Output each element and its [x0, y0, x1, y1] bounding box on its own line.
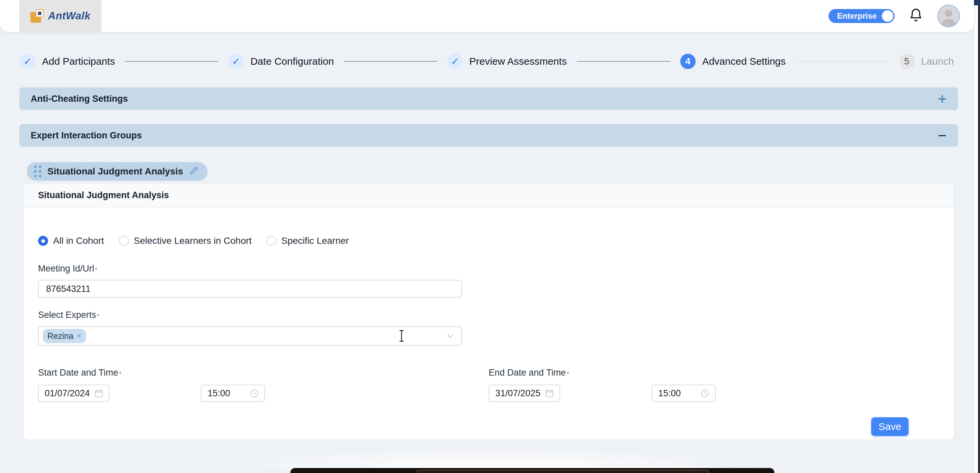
step-check-icon: ✓ [447, 54, 463, 69]
start-time-picker[interactable]: 15:00 [201, 385, 265, 402]
app-screen: AntWalk Enterprise ✓ Add Participants [0, 0, 980, 473]
end-time-picker[interactable]: 15:00 [652, 385, 716, 402]
step-connector [344, 61, 437, 62]
remove-tag-icon[interactable]: × [77, 332, 81, 340]
enterprise-toggle-label: Enterprise [837, 11, 877, 21]
calendar-icon [94, 389, 103, 398]
step-preview-assessments[interactable]: ✓ Preview Assessments [447, 54, 567, 69]
brand-name: AntWalk [48, 10, 91, 22]
user-avatar[interactable] [937, 5, 960, 27]
enterprise-toggle[interactable]: Enterprise [829, 9, 894, 23]
end-date-picker[interactable]: 31/07/2025 [488, 385, 560, 402]
radio-selected-icon[interactable] [38, 236, 48, 246]
edit-pencil-icon[interactable] [189, 167, 198, 177]
dock-edge [290, 468, 775, 473]
clock-icon [700, 389, 710, 398]
start-date-picker[interactable]: 01/07/2024 [38, 385, 110, 402]
window-edge-cap [974, 0, 980, 5]
notifications-bell-icon[interactable] [908, 8, 923, 24]
group-settings-panel: Situational Judgment Analysis All in Coh… [23, 183, 955, 440]
required-asterisk: * [119, 371, 121, 376]
collapse-minus-icon[interactable]: − [938, 128, 947, 143]
start-date-label: Start Date and Time* [38, 368, 488, 378]
panel-title: Situational Judgment Analysis [38, 190, 169, 200]
step-launch[interactable]: 5 Launch [899, 54, 954, 69]
step-number-badge: 4 [680, 54, 695, 69]
top-bar: AntWalk Enterprise [0, 0, 974, 32]
radio-all-in-cohort[interactable]: All in Cohort [38, 235, 104, 246]
avatar-body-shape [941, 19, 956, 27]
radio-unselected-icon[interactable] [119, 236, 129, 246]
toggle-knob [882, 10, 893, 22]
accordion-expert-interaction-groups[interactable]: Expert Interaction Groups − [19, 124, 958, 147]
clock-icon [250, 389, 259, 398]
dock-inner-shape [415, 470, 709, 473]
group-chip-situational-judgment[interactable]: Situational Judgment Analysis [27, 162, 208, 181]
save-button[interactable]: Save [871, 417, 908, 436]
step-advanced-settings[interactable]: 4 Advanced Settings [680, 54, 786, 69]
step-connector [577, 61, 670, 62]
end-date-label: End Date and Time* [488, 368, 939, 378]
required-asterisk: * [567, 371, 569, 376]
text-cursor [399, 330, 404, 342]
bottom-glow [196, 446, 784, 469]
radio-selective-learners[interactable]: Selective Learners in Cohort [119, 235, 252, 246]
step-number-badge: 5 [899, 54, 915, 69]
scrollbar-track[interactable] [974, 0, 978, 473]
step-check-icon: ✓ [20, 54, 35, 69]
accordion-anti-cheating[interactable]: Anti-Cheating Settings + [19, 87, 958, 110]
chevron-down-icon[interactable] [446, 332, 455, 340]
meeting-id-input[interactable]: 876543211 [38, 280, 462, 298]
step-connector [796, 61, 889, 62]
expert-tag-rezina: Rezina × [43, 329, 86, 343]
radio-specific-learner[interactable]: Specific Learner [266, 235, 349, 246]
antwalk-logo-icon [30, 10, 44, 23]
avatar-head-shape [945, 10, 952, 17]
expand-plus-icon[interactable]: + [938, 91, 947, 106]
select-experts-label: Select Experts* [38, 310, 939, 320]
required-asterisk: * [95, 267, 97, 273]
window-right-edge [978, 0, 980, 473]
radio-unselected-icon[interactable] [266, 236, 276, 246]
audience-radio-group: All in Cohort Selective Learners in Coho… [38, 235, 939, 246]
step-check-icon: ✓ [228, 54, 243, 69]
wizard-stepper: ✓ Add Participants ✓ Date Configuration … [20, 51, 954, 72]
calendar-icon [545, 389, 554, 398]
select-experts-input[interactable]: Rezina × [38, 326, 462, 346]
meeting-id-label: Meeting Id/Url* [38, 263, 939, 274]
step-add-participants[interactable]: ✓ Add Participants [20, 54, 115, 69]
step-date-configuration[interactable]: ✓ Date Configuration [228, 54, 334, 69]
required-asterisk: * [97, 313, 99, 319]
brand-logo[interactable]: AntWalk [19, 0, 102, 32]
drag-handle-icon[interactable] [34, 165, 41, 178]
panel-header: Situational Judgment Analysis [23, 184, 954, 208]
step-connector [125, 61, 218, 62]
